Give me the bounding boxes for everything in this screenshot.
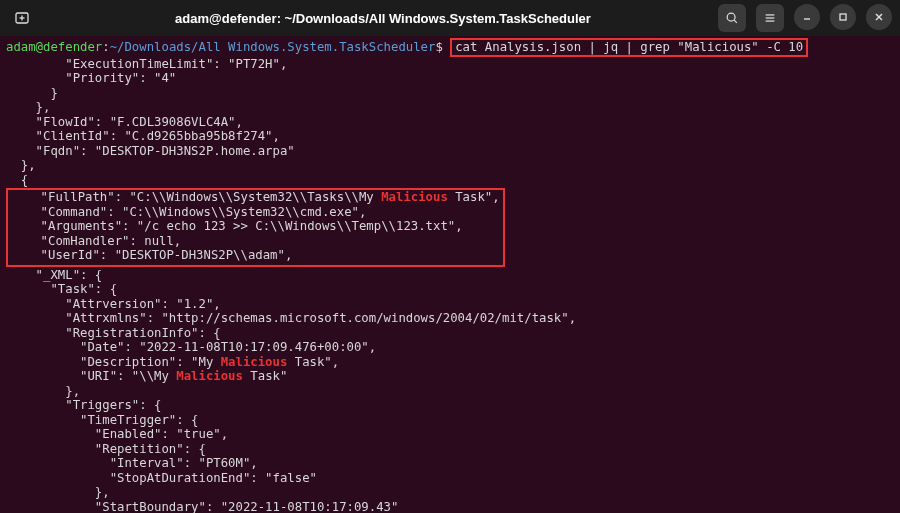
output-line: }, <box>6 485 894 500</box>
prompt-dollar: $ <box>435 40 442 54</box>
output-line: "Interval": "PT60M", <box>6 456 894 471</box>
output-line: "_XML": { <box>6 268 894 283</box>
grep-match: Malicious <box>381 190 448 204</box>
output-line: { <box>6 173 894 188</box>
prompt-path: ~/Downloads/All Windows.System.TaskSched… <box>110 40 436 54</box>
output-line: "Description": "My Malicious Task", <box>6 355 894 370</box>
output-line: "UserId": "DESKTOP-DH3NS2P\\adam", <box>11 248 500 263</box>
output-line: "StartBoundary": "2022-11-08T10:17:09.43… <box>6 500 894 514</box>
output-line: "ComHandler": null, <box>11 234 500 249</box>
output-line: "Fqdn": "DESKTOP-DH3NS2P.home.arpa" <box>6 144 894 159</box>
output-line: "StopAtDurationEnd": "false" <box>6 471 894 486</box>
titlebar-controls <box>718 4 892 32</box>
close-button[interactable] <box>866 4 892 30</box>
svg-point-3 <box>727 13 735 21</box>
output-line: "URI": "\\My Malicious Task" <box>6 369 894 384</box>
output-line: "Task": { <box>6 282 894 297</box>
json-highlight-box: "FullPath": "C:\\Windows\\System32\\Task… <box>6 188 505 267</box>
command-text: cat Analysis.json | jq | grep "Malicious… <box>455 40 803 54</box>
output-line: "ExecutionTimeLimit": "PT72H", <box>6 57 894 72</box>
output-line: }, <box>6 384 894 399</box>
titlebar: adam@defender: ~/Downloads/All Windows.S… <box>0 0 900 36</box>
svg-line-4 <box>734 20 737 23</box>
hamburger-menu-button[interactable] <box>756 4 784 32</box>
output-line: "Date": "2022-11-08T10:17:09.476+00:00", <box>6 340 894 355</box>
svg-rect-9 <box>840 14 846 20</box>
prompt-user: adam@defender <box>6 40 102 54</box>
output-line: "FlowId": "F.CDL39086VLC4A", <box>6 115 894 130</box>
output-line: }, <box>6 100 894 115</box>
terminal-body[interactable]: adam@defender:~/Downloads/All Windows.Sy… <box>0 36 900 513</box>
maximize-button[interactable] <box>830 4 856 30</box>
output-line: "Attrversion": "1.2", <box>6 297 894 312</box>
command-highlight-box: cat Analysis.json | jq | grep "Malicious… <box>450 38 808 57</box>
new-tab-icon[interactable] <box>8 4 36 32</box>
output-line: "Repetition": { <box>6 442 894 457</box>
window-title: adam@defender: ~/Downloads/All Windows.S… <box>48 11 718 26</box>
output-line: "Attrxmlns": "http://schemas.microsoft.c… <box>6 311 894 326</box>
prompt-line-1: adam@defender:~/Downloads/All Windows.Sy… <box>6 38 894 57</box>
output-line: "Enabled": "true", <box>6 427 894 442</box>
search-button[interactable] <box>718 4 746 32</box>
output-line: }, <box>6 158 894 173</box>
output-line: } <box>6 86 894 101</box>
output-line: "Command": "C:\\Windows\\System32\\cmd.e… <box>11 205 500 220</box>
output-line: "Arguments": "/c echo 123 >> C:\\Windows… <box>11 219 500 234</box>
output-after-box: "_XML": { "Task": { "Attrversion": "1.2"… <box>6 268 894 514</box>
output-line: "Triggers": { <box>6 398 894 413</box>
output-line: "FullPath": "C:\\Windows\\System32\\Task… <box>11 190 500 205</box>
output-line: "TimeTrigger": { <box>6 413 894 428</box>
output-line: "RegistrationInfo": { <box>6 326 894 341</box>
output-line: "Priority": "4" <box>6 71 894 86</box>
output-line: "ClientId": "C.d9265bba95b8f274", <box>6 129 894 144</box>
grep-match: Malicious <box>176 369 243 383</box>
output-before-box: "ExecutionTimeLimit": "PT72H", "Priority… <box>6 57 894 188</box>
minimize-button[interactable] <box>794 4 820 30</box>
grep-match: Malicious <box>221 355 288 369</box>
